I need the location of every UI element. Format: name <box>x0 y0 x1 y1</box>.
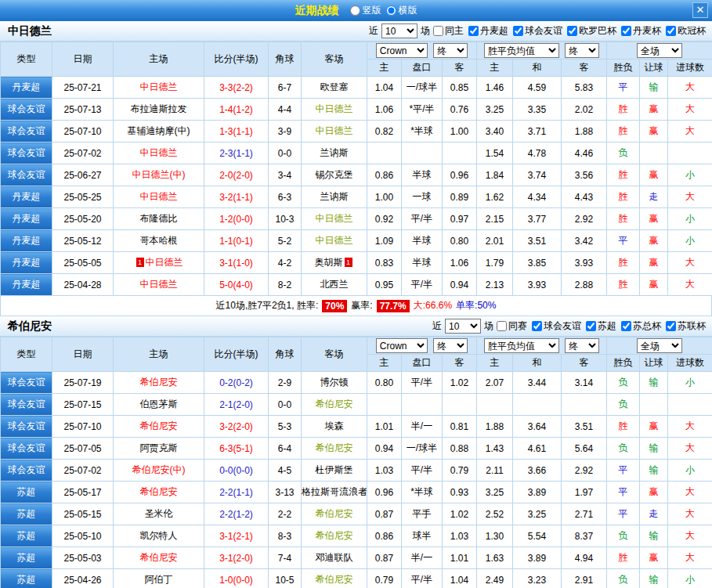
col-odds-home: 主 <box>367 60 402 77</box>
result-handicap: 输 <box>640 525 668 547</box>
avg-odds-select[interactable]: 胜平负均值 <box>484 338 559 353</box>
odds-company-select[interactable]: Crown <box>376 43 428 58</box>
scope-select[interactable]: 全场 <box>637 43 682 58</box>
result-handicap: 赢 <box>640 274 668 296</box>
col-avg-home: 主 <box>477 355 513 372</box>
col-away: 客场 <box>302 42 367 77</box>
result-handicap: 赢 <box>640 230 668 252</box>
match-score: 3-1(2-0) <box>204 547 269 569</box>
avg-state-select[interactable]: 终 <box>565 43 599 58</box>
filter-option[interactable]: 球会友谊 <box>513 24 562 38</box>
handicap-odds-group: Crown 终 <box>367 337 477 355</box>
avg-home-odds: 2.01 <box>477 230 513 252</box>
corner-score: 8-2 <box>269 274 302 296</box>
avg-draw-odds: 3.85 <box>513 252 562 274</box>
odds-company-select[interactable]: Crown <box>376 338 428 353</box>
handicap-away-odds: 0.89 <box>443 186 477 208</box>
vertical-layout-radio[interactable] <box>350 5 360 16</box>
filter-option[interactable]: 欧罗巴杯 <box>567 24 616 38</box>
handicap-line: 一/球半 <box>402 77 443 99</box>
home-team: 希伯尼安 <box>114 547 204 569</box>
match-date: 25-07-05 <box>52 438 114 460</box>
match-score: 3-1(1-0) <box>204 252 269 274</box>
avg-state-select[interactable]: 终 <box>565 338 599 353</box>
scope-select[interactable]: 全场 <box>637 338 682 353</box>
avg-home-odds: 2.49 <box>477 569 513 588</box>
match-date: 25-05-05 <box>52 252 114 274</box>
match-date: 25-05-20 <box>52 208 114 230</box>
result-handicap <box>640 142 668 164</box>
filter-checkbox[interactable] <box>433 26 443 36</box>
filter-checkbox[interactable] <box>666 26 676 36</box>
summary-record-text: 近10场,胜7平2负1, 胜率: <box>216 299 319 312</box>
home-team-name: 阿伯丁 <box>145 574 173 585</box>
avg-draw-odds: 3.74 <box>513 164 562 186</box>
filter-option[interactable]: 球会友谊 <box>532 319 581 333</box>
filter-option[interactable]: 丹麦杯 <box>621 24 661 38</box>
filter-checkbox[interactable] <box>621 321 631 331</box>
result-wdl: 负 <box>607 372 640 394</box>
away-team: 锡尔克堡 <box>302 164 367 186</box>
recent-count-select[interactable]: 10 <box>445 319 481 334</box>
league-type: 丹麦超 <box>1 230 52 252</box>
home-team-name: 希伯尼安(中) <box>132 464 186 475</box>
match-date: 25-07-10 <box>52 416 114 438</box>
avg-home-odds <box>477 394 513 416</box>
handicap-line <box>402 142 443 164</box>
filter-checkbox[interactable] <box>586 321 596 331</box>
filter-checkbox[interactable] <box>468 26 479 36</box>
match-row: 苏超25-05-10凯尔特人3-1(2-1)8-3希伯尼安0.86球半1.031… <box>1 525 712 547</box>
avg-draw-odds: 3.77 <box>513 208 562 230</box>
filter-checkbox[interactable] <box>532 321 542 331</box>
horizontal-layout-radio[interactable] <box>386 5 396 16</box>
avg-home-odds: 2.52 <box>477 503 513 525</box>
filter-checkbox[interactable] <box>497 321 507 331</box>
filter-option[interactable]: 欧冠杯 <box>666 24 706 38</box>
team-1-filters: 近10场同主丹麦超球会友谊欧罗巴杯丹麦杯欧冠杯 <box>369 23 707 38</box>
layout-option-vertical[interactable]: 竖版 <box>350 4 381 17</box>
filter-option[interactable]: 苏超 <box>586 319 616 333</box>
handicap-line: 半球 <box>402 230 443 252</box>
filter-checkbox[interactable] <box>621 26 631 36</box>
filter-checkbox[interactable] <box>567 26 577 36</box>
filter-option[interactable]: 丹麦超 <box>468 24 508 38</box>
avg-odds-select[interactable]: 胜平负均值 <box>484 43 559 58</box>
team-1-header: 中日德兰 近10场同主丹麦超球会友谊欧罗巴杯丹麦杯欧冠杯 <box>0 21 712 41</box>
table-head: 类型 日期 主场 比分(半场) 角球 客场 Crown 终 胜平负均值 终 全场 <box>1 337 712 372</box>
team-2-filters: 近10场同赛球会友谊苏超苏总杯苏联杯 <box>432 319 707 334</box>
corner-score: 6-4 <box>269 438 302 460</box>
away-team-name: 希伯尼安 <box>316 508 353 519</box>
cover-rate-badge: 77.7% <box>377 300 410 312</box>
result-goals: 大 <box>668 99 712 121</box>
team-2-name: 希伯尼安 <box>5 319 52 334</box>
odds-state-select[interactable]: 终 <box>433 338 468 353</box>
corner-score: 2-2 <box>269 503 302 525</box>
close-button[interactable]: ✕ <box>692 2 708 18</box>
filter-option[interactable]: 同主 <box>433 24 464 38</box>
home-team-name: 中日德兰 <box>146 257 183 268</box>
home-team-name: 中日德兰 <box>140 279 178 290</box>
layout-option-horizontal[interactable]: 横版 <box>386 4 417 17</box>
recent-count-select[interactable]: 10 <box>381 23 417 38</box>
handicap-away-odds: 1.01 <box>443 547 477 569</box>
col-avg-away: 客 <box>562 355 607 372</box>
match-date: 25-05-10 <box>52 525 114 547</box>
filter-option[interactable]: 同赛 <box>497 319 527 333</box>
odds-state-select[interactable]: 终 <box>433 43 468 58</box>
home-team: 希伯尼安 <box>114 372 204 394</box>
avg-away-odds: 2.88 <box>562 274 607 296</box>
filter-checkbox[interactable] <box>666 321 676 331</box>
match-date: 25-04-26 <box>52 569 114 588</box>
filter-option[interactable]: 苏联杯 <box>666 319 706 333</box>
handicap-away-odds <box>443 142 477 164</box>
home-team-name: 布拉迪斯拉发 <box>131 103 187 114</box>
away-team-name: 埃森 <box>325 420 344 431</box>
filter-option-label: 欧罗巴杯 <box>579 24 616 38</box>
league-type: 丹麦超 <box>1 77 52 99</box>
match-score: 2-3(1-1) <box>204 142 269 164</box>
match-date: 25-05-25 <box>52 186 114 208</box>
handicap-line: *半球 <box>402 121 443 142</box>
filter-checkbox[interactable] <box>513 26 523 36</box>
filter-option[interactable]: 苏总杯 <box>621 319 661 333</box>
section-team-1: 中日德兰 近10场同主丹麦超球会友谊欧罗巴杯丹麦杯欧冠杯 类型 日期 主场 比分… <box>0 21 712 316</box>
